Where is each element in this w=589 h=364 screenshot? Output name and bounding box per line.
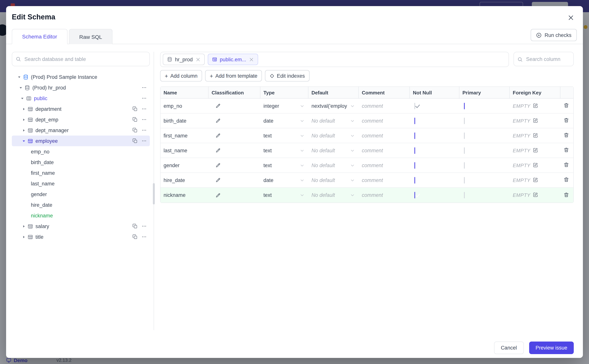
more-button[interactable] xyxy=(141,127,147,134)
classification-edit-button[interactable] xyxy=(215,162,221,169)
copy-button[interactable] xyxy=(132,137,138,144)
primary-checkbox[interactable] xyxy=(464,192,465,198)
edit-indexes-button[interactable]: Edit indexes xyxy=(265,70,309,81)
copy-button[interactable] xyxy=(132,105,138,112)
close-button[interactable] xyxy=(566,13,575,22)
close-icon[interactable] xyxy=(249,57,254,62)
column-name[interactable]: first_name xyxy=(161,133,208,138)
tree-item--prod-prod-sample-instance[interactable]: (Prod) Prod Sample Instance xyxy=(12,72,150,82)
type-select[interactable]: text xyxy=(263,162,305,168)
comment-input[interactable]: comment xyxy=(362,192,383,198)
caret-right-icon[interactable] xyxy=(21,128,27,133)
caret-down-icon[interactable] xyxy=(18,85,24,90)
type-select[interactable]: date xyxy=(263,118,305,124)
comment-input[interactable]: comment xyxy=(362,148,383,153)
foreign-key-edit-button[interactable] xyxy=(533,132,539,139)
tree-item-title[interactable]: title xyxy=(12,232,150,242)
tree-item-public[interactable]: public xyxy=(12,93,150,104)
not-null-checkbox[interactable] xyxy=(415,103,415,109)
comment-input[interactable]: comment xyxy=(362,118,383,124)
default-select[interactable]: No default xyxy=(311,148,356,153)
delete-column-button[interactable] xyxy=(563,162,570,169)
preview-issue-button[interactable]: Preview issue xyxy=(529,342,574,354)
primary-checkbox[interactable] xyxy=(464,147,465,154)
copy-button[interactable] xyxy=(132,234,138,240)
run-checks-button[interactable]: Run checks xyxy=(531,29,577,41)
copy-button[interactable] xyxy=(132,223,138,230)
more-button[interactable] xyxy=(141,105,147,112)
classification-edit-button[interactable] xyxy=(215,117,221,124)
more-button[interactable] xyxy=(141,116,147,123)
caret-down-icon[interactable] xyxy=(20,96,26,101)
more-button[interactable] xyxy=(141,223,147,230)
more-button[interactable] xyxy=(141,84,147,91)
delete-column-button[interactable] xyxy=(563,102,570,109)
comment-input[interactable]: comment xyxy=(362,177,383,183)
column-name[interactable]: nickname xyxy=(161,192,208,198)
type-select[interactable]: text xyxy=(263,192,305,198)
primary-checkbox[interactable] xyxy=(464,177,465,183)
tree-item-salary[interactable]: salary xyxy=(12,221,150,232)
classification-edit-button[interactable] xyxy=(215,132,221,139)
primary-checkbox[interactable] xyxy=(464,117,465,124)
foreign-key-edit-button[interactable] xyxy=(533,103,539,109)
delete-column-button[interactable] xyxy=(563,117,570,124)
not-null-checkbox[interactable] xyxy=(415,117,415,124)
foreign-key-edit-button[interactable] xyxy=(533,177,539,183)
foreign-key-edit-button[interactable] xyxy=(533,192,539,198)
comment-input[interactable]: comment xyxy=(362,162,383,168)
not-null-checkbox[interactable] xyxy=(415,147,415,154)
type-select[interactable]: integer xyxy=(263,103,305,109)
more-button[interactable] xyxy=(141,95,147,102)
not-null-checkbox[interactable] xyxy=(415,132,415,139)
column-name[interactable]: hire_date xyxy=(161,177,208,183)
foreign-key-edit-button[interactable] xyxy=(533,162,539,169)
primary-checkbox[interactable] xyxy=(464,132,465,139)
caret-right-icon[interactable] xyxy=(21,117,27,122)
tree-item-dept_manager[interactable]: dept_manager xyxy=(12,125,150,136)
tree-item--prod-hr_prod[interactable]: (Prod) hr_prod xyxy=(12,82,150,93)
column-name[interactable]: emp_no xyxy=(161,103,208,109)
tab-chip-hr_prod[interactable]: hr_prod xyxy=(163,54,205,65)
add-from-template-button[interactable]: +Add from template xyxy=(205,70,262,81)
add-column-button[interactable]: +Add column xyxy=(160,70,202,81)
tree-item-nickname[interactable]: nickname xyxy=(12,210,150,221)
tree-item-emp_no[interactable]: emp_no xyxy=(12,146,150,157)
not-null-checkbox[interactable] xyxy=(415,177,415,183)
type-select[interactable]: date xyxy=(263,177,305,183)
delete-column-button[interactable] xyxy=(563,177,570,183)
copy-button[interactable] xyxy=(132,127,138,134)
panel-divider[interactable] xyxy=(154,52,154,330)
caret-right-icon[interactable] xyxy=(21,223,27,229)
caret-down-icon[interactable] xyxy=(21,138,27,143)
tree-item-dept_emp[interactable]: dept_emp xyxy=(12,114,150,125)
default-select[interactable]: No default xyxy=(311,192,356,198)
not-null-checkbox[interactable] xyxy=(415,192,415,198)
close-icon[interactable] xyxy=(195,57,200,62)
caret-down-icon[interactable] xyxy=(17,74,23,80)
classification-edit-button[interactable] xyxy=(215,192,221,199)
not-null-checkbox[interactable] xyxy=(415,162,415,169)
primary-checkbox[interactable] xyxy=(464,103,465,109)
copy-button[interactable] xyxy=(132,116,138,123)
column-name[interactable]: gender xyxy=(161,162,208,168)
default-select[interactable]: No default xyxy=(311,133,356,138)
tab-chip-public-em-[interactable]: public.em... xyxy=(207,54,258,65)
default-select[interactable]: No default xyxy=(311,162,356,168)
classification-edit-button[interactable] xyxy=(215,102,221,109)
tree-item-hire_date[interactable]: hire_date xyxy=(12,200,150,210)
scrollbar-thumb[interactable] xyxy=(153,183,155,204)
cancel-button[interactable]: Cancel xyxy=(494,342,524,354)
primary-checkbox[interactable] xyxy=(464,162,465,169)
caret-right-icon[interactable] xyxy=(21,106,27,111)
tree-item-first_name[interactable]: first_name xyxy=(12,168,150,178)
comment-input[interactable]: comment xyxy=(362,133,383,138)
tab-raw-sql[interactable]: Raw SQL xyxy=(69,29,113,44)
classification-edit-button[interactable] xyxy=(215,177,221,183)
tree-item-birth_date[interactable]: birth_date xyxy=(12,157,150,168)
foreign-key-edit-button[interactable] xyxy=(533,117,539,124)
default-select[interactable]: nextval('employ xyxy=(311,103,356,109)
delete-column-button[interactable] xyxy=(563,192,570,199)
default-select[interactable]: No default xyxy=(311,118,356,124)
foreign-key-edit-button[interactable] xyxy=(533,147,539,154)
